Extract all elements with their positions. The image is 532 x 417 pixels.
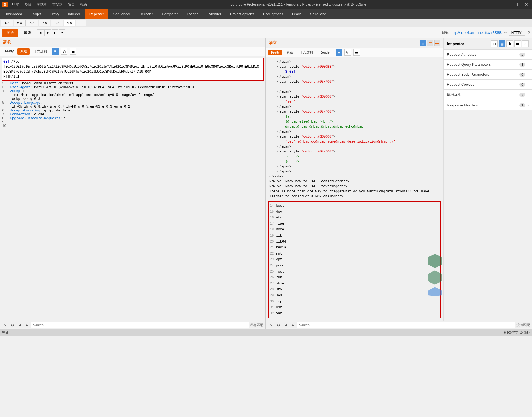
nav-item-project-options[interactable]: Project options bbox=[226, 9, 259, 19]
left-search-help[interactable]: ? bbox=[2, 322, 8, 328]
request-tab-hex[interactable]: 十六进制 bbox=[31, 48, 50, 55]
inspector-icon-grid[interactable]: ⊟ bbox=[491, 40, 498, 47]
directory-listing: 14boot15dev16etc17flag18home19lib20lib64… bbox=[268, 201, 441, 318]
menu-burp[interactable]: Burp bbox=[10, 2, 21, 7]
section-header-5[interactable]: Response Headers 7 › bbox=[444, 100, 532, 110]
inspector-icon-sort[interactable]: ⇅ bbox=[506, 40, 513, 47]
target-url-text[interactable]: http://node6.anna.nssctf.cn:28388 bbox=[452, 31, 502, 35]
right-search-help[interactable]: ? bbox=[268, 322, 274, 328]
resp-line-span7: </span> bbox=[269, 104, 440, 109]
section-header-1[interactable]: Request Query Parameters 1 › bbox=[444, 60, 532, 69]
request-tab-wrap[interactable]: ☰ bbox=[70, 48, 76, 55]
arrow-dropdown[interactable]: ▼ bbox=[44, 29, 51, 36]
inspector-section-5[interactable]: Response Headers 7 › bbox=[444, 100, 532, 110]
section-header-0[interactable]: Request Attributes 2 › bbox=[444, 50, 532, 59]
maximize-button[interactable]: ☐ bbox=[515, 1, 522, 8]
nav-item-sequencer[interactable]: Sequencer bbox=[108, 9, 135, 19]
request-tab-newline[interactable]: \n bbox=[61, 48, 67, 55]
http-version-badge[interactable]: HTTP/1 bbox=[509, 30, 525, 36]
count-badge-5: 7 bbox=[519, 103, 525, 107]
repeater-tab-1[interactable]: 5 × bbox=[14, 20, 26, 26]
count-badge-2: 0 bbox=[519, 73, 525, 77]
help-icon[interactable]: ? bbox=[528, 30, 530, 35]
right-search-input[interactable] bbox=[297, 322, 515, 328]
resp-line-span4: <span style="color: #007700"> bbox=[269, 79, 440, 84]
right-search-settings[interactable]: ⚙ bbox=[275, 322, 282, 328]
response-tab-newline[interactable]: \n bbox=[344, 49, 351, 56]
dir-item-boot: 14boot bbox=[270, 203, 439, 209]
right-search-next[interactable]: ► bbox=[290, 322, 296, 328]
nav-item-user-options[interactable]: User options bbox=[259, 9, 288, 19]
repeater-tab-2[interactable]: 6 × bbox=[26, 20, 38, 26]
response-tab-raw[interactable]: 原始 bbox=[283, 49, 296, 56]
arrow-dropdown2[interactable]: ▼ bbox=[59, 29, 65, 36]
inspector-section-1[interactable]: Request Query Parameters 1 › bbox=[444, 60, 532, 70]
req-header-upgrade: 8 Upgrade-Insecure-Requests: 1 bbox=[2, 116, 263, 120]
nav-item-proxy[interactable]: Proxy bbox=[45, 9, 64, 19]
inspector-icon-filter[interactable]: ⇄ bbox=[514, 40, 521, 47]
repeater-tab-3[interactable]: 7 × bbox=[39, 20, 50, 26]
repeater-tab-6[interactable]: ... bbox=[76, 20, 86, 26]
prev-arrow[interactable]: ◄ bbox=[37, 29, 44, 36]
cancel-button[interactable]: 取消 bbox=[21, 29, 35, 37]
req-header-accept-val2: webp,*/*;q=0.8 bbox=[2, 97, 263, 101]
repeater-tab-4[interactable]: 8 × bbox=[51, 20, 63, 26]
full-view-icon[interactable]: ▬ bbox=[434, 40, 440, 46]
nav-item-intruder[interactable]: Intruder bbox=[64, 9, 85, 19]
response-tab-format[interactable]: ≡ bbox=[336, 49, 342, 56]
section-label-0: Request Attributes bbox=[447, 52, 476, 57]
menu-project[interactable]: 项目 bbox=[22, 2, 34, 7]
req-line-9: 9 bbox=[2, 120, 263, 124]
single-view-icon[interactable]: ▭ bbox=[427, 40, 433, 46]
nav-item-decoder[interactable]: Decoder bbox=[135, 9, 157, 19]
menu-window[interactable]: 窗口 bbox=[66, 2, 77, 7]
menu-help[interactable]: 帮助 bbox=[78, 2, 89, 7]
menu-tester[interactable]: 测试器 bbox=[35, 2, 49, 7]
inspector-section-0[interactable]: Request Attributes 2 › bbox=[444, 50, 532, 60]
inspector-close-icon[interactable]: ✕ bbox=[522, 40, 529, 47]
menu-resender[interactable]: 重发器 bbox=[50, 2, 65, 7]
repeater-tab-0[interactable]: 4 × bbox=[1, 20, 13, 26]
request-tab-raw[interactable]: 原始 bbox=[17, 48, 30, 55]
resp-line-getvar: $_GET bbox=[269, 69, 440, 74]
nav-item-repeater[interactable]: Repeater bbox=[85, 9, 108, 19]
window-title: Burp Suite Professional v2021.12.1 - Tem… bbox=[89, 2, 508, 7]
dir-item-flag: 17flag bbox=[270, 221, 439, 227]
split-view-icon[interactable]: ⊞ bbox=[420, 40, 426, 46]
nav-item-shiroscan[interactable]: ShiroScan bbox=[306, 9, 331, 19]
section-header-3[interactable]: Request Cookies 0 › bbox=[444, 80, 532, 89]
minimize-button[interactable]: — bbox=[508, 1, 514, 8]
nav-item-comparer[interactable]: Comparer bbox=[157, 9, 182, 19]
inspector-section-2[interactable]: Request Body Parameters 0 › bbox=[444, 70, 532, 80]
nav-item-learn[interactable]: Learn bbox=[288, 9, 306, 19]
nav-item-dashboard[interactable]: Dashboard bbox=[0, 9, 27, 19]
inspector-section-4[interactable]: 请求标头 7 › bbox=[444, 90, 532, 100]
send-button[interactable]: 发送 bbox=[2, 29, 18, 37]
edit-target-icon[interactable]: ✏ bbox=[504, 31, 507, 35]
request-panel-tabs: Pretty 原始 十六进制 ≡ \n ☰ bbox=[0, 47, 265, 56]
section-header-4[interactable]: 请求标头 7 › bbox=[444, 90, 532, 100]
right-search-prev[interactable]: ◄ bbox=[283, 322, 289, 328]
nav-item-target[interactable]: Target bbox=[27, 9, 45, 19]
svg-marker-0 bbox=[428, 254, 442, 268]
left-search-next[interactable]: ► bbox=[24, 322, 30, 328]
response-tab-pretty[interactable]: Pretty bbox=[268, 50, 282, 55]
left-search-settings[interactable]: ⚙ bbox=[9, 322, 16, 328]
repeater-tab-5[interactable]: 9 × bbox=[64, 20, 75, 26]
response-tab-wrap[interactable]: ☰ bbox=[353, 49, 360, 56]
request-tab-format[interactable]: ≡ bbox=[52, 48, 59, 55]
section-header-2[interactable]: Request Body Parameters 0 › bbox=[444, 70, 532, 79]
inspector-section-3[interactable]: Request Cookies 0 › bbox=[444, 80, 532, 90]
inspector-icon-list[interactable]: ▤ bbox=[499, 40, 505, 47]
left-search-prev[interactable]: ◄ bbox=[17, 322, 23, 328]
response-tab-hex[interactable]: 十六进制 bbox=[297, 49, 316, 56]
response-tab-render[interactable]: Render bbox=[317, 50, 333, 55]
close-button[interactable]: ✕ bbox=[523, 1, 530, 8]
left-search-input[interactable] bbox=[31, 322, 249, 328]
request-content: GET /?ser= Tzox0iJGIjo10ntz0jQ6InVzZXIio… bbox=[0, 56, 265, 321]
response-content: </span> <span style="color: #0000BB"> $_… bbox=[266, 57, 443, 321]
nav-item-logger[interactable]: Logger bbox=[182, 9, 202, 19]
nav-item-extender[interactable]: Extender bbox=[202, 9, 226, 19]
next-arrow[interactable]: ► bbox=[52, 29, 58, 36]
request-tab-pretty[interactable]: Pretty bbox=[2, 49, 16, 54]
